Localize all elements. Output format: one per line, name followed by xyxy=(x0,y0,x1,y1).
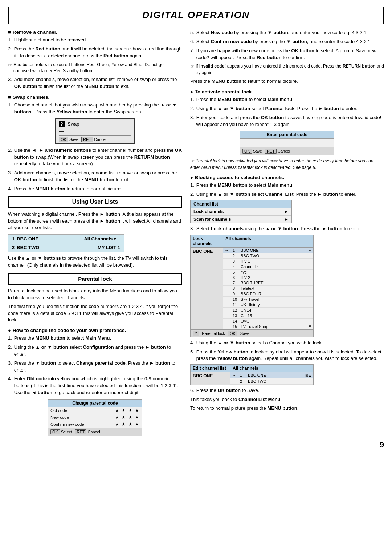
lock-ch-item-4: 4 Channel 4 xyxy=(223,264,313,270)
lock-ch-item-6: 6 ITV 2 xyxy=(223,275,313,280)
user-lists-desc: Use the ▲ or ▼ buttons to browse through… xyxy=(8,255,182,269)
lock-ch-col1-header: Lock channels xyxy=(191,235,223,248)
enter-ret-text: Cancel xyxy=(278,149,290,153)
swap-box-title: Swap xyxy=(68,121,79,127)
lock-ch-channel-list: → 1 BBC ONE ▲ 2 BBC TWO 3 ITV 1 xyxy=(223,248,313,329)
remove-channel-heading: Remove a channel. xyxy=(8,29,182,35)
channel-list-menu-note: This takes you back to Channel List Menu… xyxy=(190,396,384,403)
swap-ok-text: Save xyxy=(69,137,78,142)
parental-para2: The first time you use this function the… xyxy=(8,303,182,324)
lock-ch-item-3: 3 ITV 1 xyxy=(223,259,313,264)
page-number: 9 xyxy=(380,440,384,450)
change-code-header: Change parental code xyxy=(48,400,142,407)
lock-ch-item-14: 14 QVC xyxy=(223,319,313,324)
edit-ch-item-1: → 1 BBC ONE ⊞▲ xyxy=(230,372,313,378)
activate-parental-section: To activate parental lock. 1. Press the … xyxy=(190,89,384,128)
remove-note: Red button refers to coloured buttons Re… xyxy=(8,62,182,74)
blocking-item-5: 5. Press the Yellow button, a locked sym… xyxy=(190,349,384,362)
channel-list-box: Channel list Lock channels ► Scan for ch… xyxy=(190,200,292,223)
invalid-code-note: If Invalid code! appears you have entere… xyxy=(190,63,384,76)
remove-item-3: 3. Add more channels, move selection, re… xyxy=(8,76,182,90)
change-code-row-1: Old code ★ ★ ★ ★ xyxy=(48,407,142,414)
channel-list-row-1: Lock channels ► xyxy=(191,208,291,216)
lock-ch-item-8: 8 Teletext xyxy=(223,286,313,291)
parental-lock-section: Parental lock can be used to block entry… xyxy=(8,288,182,436)
right-item-5: 5. Select New code by pressing the ▼ but… xyxy=(190,29,384,36)
lock-ch-left-label: BBC ONE xyxy=(191,248,223,329)
lock-ok-btn: OK xyxy=(228,331,237,336)
lock-ch-item-12: 12 Ch 14 xyxy=(223,308,313,313)
swap-ret-label: RET xyxy=(81,137,93,142)
lock-ch-item-11: 11 UK History xyxy=(223,302,313,308)
parental-item-1: 1. Press the MENU button to select Main … xyxy=(8,335,182,342)
parental-item-3: 3. Press the ▼ button to select Change p… xyxy=(8,360,182,374)
swap-item-4: 4. Press the MENU button to return to no… xyxy=(8,186,182,193)
activate-parental-heading: To activate parental lock. xyxy=(190,89,384,94)
parental-lock-heading: Parental lock xyxy=(8,273,182,285)
right-item-6: 6. Select Confirm new code by pressing t… xyxy=(190,39,384,45)
right-column: 5. Select New code by pressing the ▼ but… xyxy=(190,29,384,439)
lock-ch-item-2: 2 BBC TWO xyxy=(223,253,313,259)
edit-ch-item-2: 2 BBC TWO xyxy=(230,378,313,385)
how-to-change-heading: How to change the code to your own prefe… xyxy=(8,328,182,333)
swap-item-3: 3. Add more channels, move selection, re… xyxy=(8,170,182,183)
using-user-lists-section: When watching a digital channel. Press t… xyxy=(8,211,182,269)
change-ret-text: Cancel xyxy=(87,430,100,434)
enter-ok-text: Save xyxy=(253,149,262,153)
blocking-access-heading: Blocking access to selected channels. xyxy=(190,175,384,180)
swap-item-2: 2. Use the ◄, ► and numeric buttons to e… xyxy=(8,147,182,168)
edit-channel-box: Edit channel list All channels BBC ONE →… xyxy=(190,364,314,385)
remove-channel-section: Remove a channel. 1. Highlight a channel… xyxy=(8,29,182,90)
right-item-7: 7. If you are happy with the new code pr… xyxy=(190,48,384,61)
user-list-row-1: 1 BBC ONE All Channels ▼ xyxy=(8,235,124,243)
lock-ch-item-10: 10 Sky Travel xyxy=(223,297,313,302)
blocking-access-section: Blocking access to selected channels. 1.… xyxy=(190,175,384,198)
parental-intro: Parental lock can be used to block entry… xyxy=(8,288,182,301)
enter-ok-label: OK xyxy=(242,149,252,154)
enter-parental-header: Enter parental code xyxy=(240,131,334,139)
edit-ch-col1-header: Edit channel list xyxy=(191,365,230,372)
page-title-box: DIGITAL OPERATION xyxy=(8,7,384,24)
lock-y-btn: Y xyxy=(193,331,199,336)
lock-ch-item-5: 5 five xyxy=(223,270,313,275)
change-ok-label: OK xyxy=(50,429,60,434)
blocking-item-1: 1. Press the MENU button to select Main … xyxy=(190,182,384,189)
lock-ch-item-15: 15 TV Travel Shop ▼ xyxy=(223,324,313,329)
lock-channels-box: Lock channels All channels BBC ONE → 1 B… xyxy=(190,235,314,337)
activate-item-3: 3. Enter your code and press the OK butt… xyxy=(190,114,384,128)
lock-ch-item-9: 9 BBC FOUR xyxy=(223,291,313,297)
normal-picture-note: To return to normal picture press the ME… xyxy=(190,405,384,412)
activate-item-1: 1. Press the MENU button to select Main … xyxy=(190,96,384,103)
swap-dialog-box: ? Swap — OK Save RET Cancel xyxy=(55,118,135,144)
swap-box-dash: — xyxy=(59,129,131,134)
edit-ch-left-label: BBC ONE xyxy=(191,372,230,385)
blocking-item-6: 6. Press the OK button to Save. xyxy=(190,387,384,394)
main-content: Remove a channel. 1. Highlight a channel… xyxy=(8,29,384,439)
lock-ch-item-1: → 1 BBC ONE ▲ xyxy=(223,248,313,253)
activate-item-2: 2. Using the ▲ or ▼ button select Parent… xyxy=(190,105,384,112)
user-lists-intro: When watching a digital channel. Press t… xyxy=(8,211,182,232)
left-column: Remove a channel. 1. Highlight a channel… xyxy=(8,29,182,439)
swap-question-icon: ? xyxy=(59,121,65,127)
using-user-lists-heading: Using User Lists xyxy=(8,196,182,208)
blocking-item-3: 3. Select Lock channels using the ▲ or ▼… xyxy=(190,226,384,232)
page-title: DIGITAL OPERATION xyxy=(142,9,249,20)
change-code-row-2: New code ★ ★ ★ ★ xyxy=(48,414,142,421)
user-lists-box: 1 BBC ONE All Channels ▼ 2 BBC TWO MY LI… xyxy=(8,234,124,252)
change-code-row-3: Confirm new code ★ ★ ★ ★ xyxy=(48,421,142,428)
parental-item-4: 4. Enter Old code into yellow box which … xyxy=(8,376,182,396)
swap-channels-section: Swap channels. 1. Choose a channel that … xyxy=(8,94,182,193)
menu-return-note: Press the MENU button to return to norma… xyxy=(190,78,384,85)
blocking-item-4: 4. Using the ▲ or ▼ button select a Chan… xyxy=(190,340,384,347)
parental-item-2: 2. Using the ▲ or ▼ button select Config… xyxy=(8,344,182,358)
remove-item-2: 2. Press the Red button and it will be d… xyxy=(8,46,182,60)
lock-ch-item-7: 7 BBC THREE xyxy=(223,280,313,286)
lock-y-text: Parental lock xyxy=(202,331,225,336)
enter-ret-label: RET xyxy=(265,149,277,154)
lock-ch-col2-header: All channels xyxy=(223,235,313,248)
edit-ch-col2-header: All channels xyxy=(230,365,313,372)
user-list-row-2: 2 BBC TWO MY LIST 1 xyxy=(8,243,124,252)
swap-ok-label: OK xyxy=(59,137,68,142)
lock-ch-item-13: 13 CH 15 xyxy=(223,313,313,319)
parental-note: ☞ Parental lock is now activated you wil… xyxy=(190,158,384,171)
